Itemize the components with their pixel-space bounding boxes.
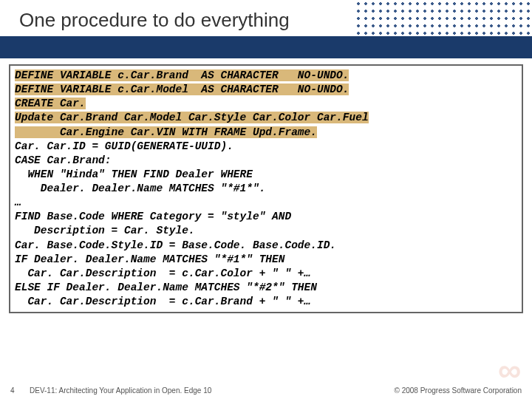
code-line: Update Car.Brand Car.Model Car.Style Car… [15,111,517,125]
footer-copyright: © 2008 Progress Software Corporation [395,386,522,395]
code-line: Dealer. Dealer.Name MATCHES "*#1*". [15,182,517,196]
highlighted-code: Update Car.Brand Car.Model Car.Style Car… [15,112,369,123]
code-block: DEFINE VARIABLE c.Car.Brand AS CHARACTER… [9,64,523,313]
code-line: Car. Car.Description = c.Car.Brand + " "… [15,295,517,309]
code-line: Description = Car. Style. [15,224,517,238]
code-line: CREATE Car. [15,97,517,111]
code-line: Car. Base.Code.Style.ID = Base.Code. Bas… [15,239,517,253]
code-line: Car.Engine Car.VIN WITH FRAME Upd.Frame. [15,126,517,140]
slide-header: One procedure to do everything [0,0,532,36]
code-line: DEFINE VARIABLE c.Car.Model AS CHARACTER… [15,83,517,97]
title-underline-bar [0,36,532,58]
code-line: DEFINE VARIABLE c.Car.Brand AS CHARACTER… [15,69,517,83]
highlighted-code: DEFINE VARIABLE c.Car.Model AS CHARACTER… [15,83,349,95]
footer-session-title: DEV-11: Architecting Your Application in… [30,386,395,395]
code-line: IF Dealer. Dealer.Name MATCHES "*#1*" TH… [15,253,517,267]
code-line: FIND Base.Code WHERE Category = "style" … [15,210,517,224]
code-line: … [15,196,517,210]
code-line: Car. Car.ID = GUID(GENERATE-UUID). [15,140,517,154]
slide-footer: 4 DEV-11: Architecting Your Application … [0,386,532,395]
decorative-dots [355,0,532,37]
code-line: CASE Car.Brand: [15,154,517,168]
watermark-logo: ∞ [498,352,519,389]
highlighted-code: CREATE Car. [15,98,86,109]
code-line: WHEN "Hinda" THEN FIND Dealer WHERE [15,168,517,182]
highlighted-code: DEFINE VARIABLE c.Car.Brand AS CHARACTER… [15,69,349,81]
code-line: ELSE IF Dealer. Dealer.Name MATCHES "*#2… [15,281,517,295]
highlighted-code: Car.Engine Car.VIN WITH FRAME Upd.Frame. [15,126,317,138]
slide-number: 4 [10,386,30,395]
code-line: Car. Car.Description = c.Car.Color + " "… [15,267,517,281]
